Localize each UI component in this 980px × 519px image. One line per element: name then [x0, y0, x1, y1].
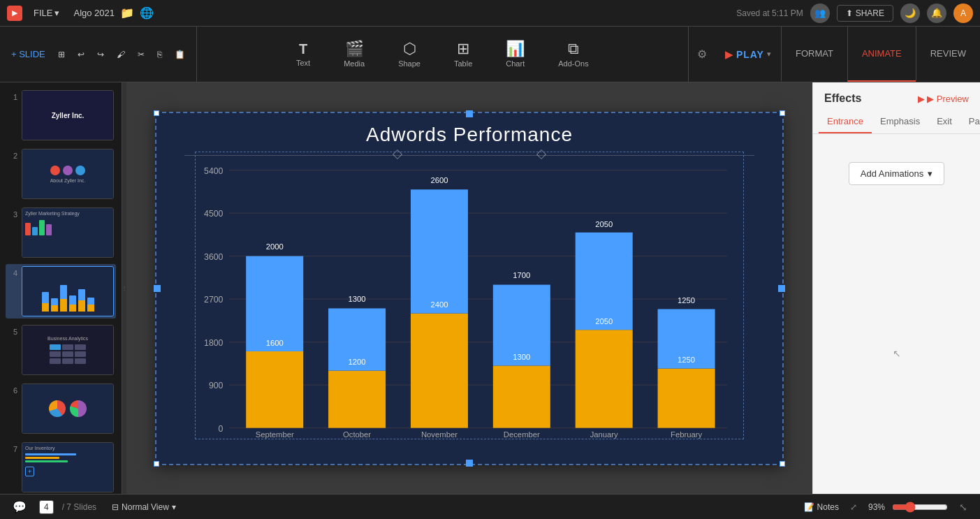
avatar[interactable]: A — [953, 3, 973, 23]
shape-label: Shape — [398, 59, 420, 68]
notes-icon: 📝 — [804, 502, 814, 512]
effects-tab-emphasis[interactable]: Emphasis — [872, 110, 928, 133]
cut-button[interactable]: ✂ — [133, 47, 149, 62]
redo-button[interactable]: ↪ — [93, 47, 108, 62]
tab-animate[interactable]: ANIMATE — [847, 27, 916, 82]
svg-text:2000: 2000 — [266, 242, 284, 251]
effects-tab-path[interactable]: Path — [960, 110, 980, 133]
zoom-slider[interactable] — [892, 502, 948, 513]
file-button[interactable]: FILE ▾ — [28, 6, 65, 20]
layout-icon: ⊞ — [58, 50, 65, 59]
preview-link[interactable]: ▶ ▶ Preview — [918, 94, 969, 104]
slide-image-3: Zyller Marketing Strategy — [22, 207, 114, 258]
slide-number-5: 5 — [8, 328, 17, 336]
handle-bl[interactable] — [154, 461, 159, 467]
tool-addons[interactable]: ⧉ Add-Ons — [550, 36, 597, 73]
handle-ml[interactable] — [154, 285, 161, 292]
slide-thumb-2[interactable]: 2 About Zyller Inc. — [6, 147, 116, 201]
svg-text:2700: 2700 — [204, 295, 223, 305]
slide-image-5: Business Analytics — [22, 325, 114, 375]
bar-feb-bottom — [658, 368, 715, 427]
slide-indicator[interactable]: 4 — [39, 500, 54, 514]
slide-canvas[interactable]: Adwords Performance 0 900 1800 2700 3600… — [155, 112, 784, 465]
add-slide-button[interactable]: + SLIDE — [7, 46, 50, 62]
bar-oct-bottom — [328, 370, 386, 427]
tool-chart[interactable]: 📊 Chart — [497, 36, 533, 73]
bottom-bar: 💬 4 / 7 Slides ⊟ Normal View ▾ 📝 Notes ⤢… — [0, 494, 980, 519]
slide-thumb-4[interactable]: 4 — [6, 264, 116, 319]
handle-br[interactable] — [780, 461, 785, 467]
slide-thumb-7[interactable]: 7 Our Inventory + — [6, 440, 116, 494]
tool-text[interactable]: T Text — [288, 36, 319, 73]
slide-panel: 1 Zyller Inc. 2 About Zyller Inc. — [0, 82, 122, 494]
add-animations-button[interactable]: Add Animations ▾ — [849, 162, 944, 185]
tab-review[interactable]: REVIEW — [916, 27, 980, 82]
resize-icon-button[interactable]: ⤢ — [846, 499, 861, 515]
svg-text:February: February — [671, 430, 702, 438]
tool-table[interactable]: ⊞ Table — [446, 36, 481, 73]
handle-bm[interactable] — [466, 460, 473, 467]
svg-text:1700: 1700 — [513, 271, 530, 279]
tool-media[interactable]: 🎬 Media — [335, 36, 373, 73]
tool-shape[interactable]: ⬡ Shape — [390, 36, 429, 73]
doc-globe-icon[interactable]: 🌐 — [140, 6, 154, 20]
slide-number-4: 4 — [8, 269, 17, 277]
slide-thumb-3[interactable]: 3 Zyller Marketing Strategy — [6, 205, 116, 260]
bar-jan-top — [576, 232, 633, 329]
handle-tm[interactable] — [466, 110, 473, 117]
svg-text:November: November — [421, 430, 458, 438]
svg-text:1300: 1300 — [349, 295, 366, 303]
handle-tl[interactable] — [154, 110, 159, 116]
notification-icon[interactable]: 🔔 — [927, 3, 946, 23]
svg-text:1600: 1600 — [266, 338, 284, 346]
paste-button[interactable]: 📋 — [170, 47, 189, 62]
svg-text:1300: 1300 — [513, 353, 530, 361]
notes-button[interactable]: 📝 Notes — [804, 502, 839, 512]
handle-tr[interactable] — [780, 110, 785, 116]
play-section: ▶ PLAY ▾ — [715, 49, 781, 60]
effects-header-row: Effects ▶ ▶ Preview — [813, 82, 980, 110]
slide-thumb-5[interactable]: 5 Business Analytics — [6, 323, 116, 377]
redo-icon: ↪ — [97, 50, 104, 59]
bar-nov-top — [411, 189, 468, 313]
copy-button[interactable]: ⎘ — [153, 47, 166, 62]
play-button[interactable]: ▶ PLAY — [725, 49, 764, 60]
effects-title: Effects — [824, 92, 861, 105]
paint-button[interactable]: 🖌 — [112, 47, 129, 62]
svg-text:900: 900 — [209, 381, 224, 390]
moon-icon[interactable]: 🌙 — [900, 3, 920, 23]
cursor-indicator: ↖ — [893, 348, 901, 359]
tab-format[interactable]: FORMAT — [781, 27, 847, 82]
slide-image-6 — [22, 383, 114, 434]
svg-text:3600: 3600 — [204, 251, 223, 261]
undo-button[interactable]: ↩ — [73, 47, 89, 62]
settings-button[interactable]: ⚙ — [689, 47, 715, 61]
view-selector-button[interactable]: ⊟ Normal View ▾ — [112, 502, 176, 512]
settings-icon: ⚙ — [697, 47, 707, 61]
svg-text:October: October — [343, 430, 371, 438]
shape-icon: ⬡ — [403, 41, 416, 57]
share-button[interactable]: ⬆ SHARE — [837, 5, 893, 22]
view-chevron-icon: ▾ — [172, 502, 176, 512]
slide-number-2: 2 — [8, 152, 17, 160]
effects-tab-exit[interactable]: Exit — [928, 110, 960, 133]
chart-icon: 📊 — [506, 41, 525, 57]
chat-button[interactable]: 💬 — [8, 497, 31, 516]
handle-mr[interactable] — [778, 285, 785, 292]
right-panel: Effects ▶ ▶ Preview Entrance Emphasis Ex… — [812, 82, 980, 494]
users-icon[interactable]: 👥 — [810, 3, 830, 23]
expand-button[interactable]: ⤡ — [955, 499, 972, 516]
svg-text:5400: 5400 — [204, 166, 223, 175]
slide-thumb-6[interactable]: 6 — [6, 381, 116, 436]
slide-title: Adwords Performance — [156, 124, 782, 146]
layout-button[interactable]: ⊞ — [54, 47, 69, 62]
media-label: Media — [344, 59, 365, 68]
effects-tab-entrance[interactable]: Entrance — [819, 110, 872, 133]
chart-svg: 0 900 1800 2700 3600 4500 5400 — [196, 152, 743, 439]
slide-total: / 7 Slides — [62, 502, 96, 512]
slide-thumb-1[interactable]: 1 Zyller Inc. — [6, 88, 116, 142]
play-chevron-icon[interactable]: ▾ — [767, 50, 771, 59]
doc-title: Algo 2021 — [73, 8, 115, 18]
add-animations-chevron-icon: ▾ — [928, 168, 933, 179]
doc-folder-icon[interactable]: 📁 — [120, 6, 134, 20]
